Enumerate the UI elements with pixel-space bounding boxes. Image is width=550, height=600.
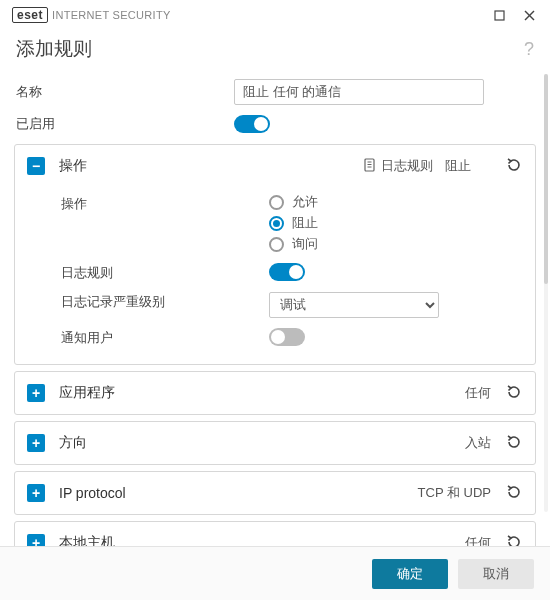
- cancel-button[interactable]: 取消: [458, 559, 534, 589]
- expand-icon: +: [27, 434, 45, 452]
- help-icon[interactable]: ?: [524, 39, 534, 60]
- collapse-icon: −: [27, 157, 45, 175]
- radio-block-label: 阻止: [292, 215, 318, 232]
- panel-local-title: 本地主机: [59, 534, 209, 546]
- panel-action-body: 操作 允许 阻止 询问: [15, 187, 535, 364]
- logrule-label: 日志规则: [61, 263, 261, 282]
- logo-product: INTERNET SECURITY: [52, 9, 171, 21]
- panel-action: − 操作 日志规则 阻止 操作 允许: [14, 144, 536, 365]
- radio-ask[interactable]: 询问: [269, 236, 523, 253]
- ok-button[interactable]: 确定: [372, 559, 448, 589]
- panel-action-title: 操作: [59, 157, 209, 175]
- panel-app-title: 应用程序: [59, 384, 209, 402]
- radio-allow[interactable]: 允许: [269, 194, 523, 211]
- row-notify: 通知用户: [61, 323, 523, 352]
- name-input[interactable]: [234, 79, 484, 105]
- logrule-toggle[interactable]: [269, 263, 305, 281]
- logo: eset INTERNET SECURITY: [12, 7, 171, 23]
- panel-protocol-header[interactable]: + IP protocol TCP 和 UDP: [15, 472, 535, 514]
- revert-icon[interactable]: [505, 533, 523, 547]
- panel-protocol-title: IP protocol: [59, 485, 209, 501]
- radio-ask-label: 询问: [292, 236, 318, 253]
- panel-app-summary: 任何: [465, 384, 491, 402]
- page-header: 添加规则 ?: [0, 30, 550, 70]
- notify-label: 通知用户: [61, 328, 261, 347]
- panel-local-summary: 任何: [465, 534, 491, 546]
- radio-allow-label: 允许: [292, 194, 318, 211]
- enabled-label: 已启用: [16, 116, 224, 133]
- row-severity: 日志记录严重级别 调试: [61, 287, 523, 323]
- page-title: 添加规则: [16, 36, 92, 62]
- window-close-button[interactable]: [514, 1, 544, 29]
- row-action-radios: 操作 允许 阻止 询问: [61, 189, 523, 258]
- revert-icon[interactable]: [505, 383, 523, 404]
- svg-rect-0: [495, 11, 504, 20]
- window-maximize-button[interactable]: [484, 1, 514, 29]
- revert-icon[interactable]: [505, 156, 523, 177]
- radio-block[interactable]: 阻止: [269, 215, 523, 232]
- scrollbar[interactable]: [544, 74, 548, 512]
- revert-icon[interactable]: [505, 433, 523, 454]
- row-logrule: 日志规则: [61, 258, 523, 287]
- panel-direction-summary: 入站: [465, 434, 491, 452]
- severity-label: 日志记录严重级别: [61, 292, 261, 311]
- notify-toggle[interactable]: [269, 328, 305, 346]
- panel-protocol-summary: TCP 和 UDP: [418, 484, 491, 502]
- severity-select[interactable]: 调试: [269, 292, 439, 318]
- expand-icon: +: [27, 534, 45, 546]
- action-radio-group: 允许 阻止 询问: [269, 194, 523, 253]
- log-icon: [363, 158, 377, 175]
- dialog-footer: 确定 取消: [0, 546, 550, 600]
- panel-action-tag-logrule: 日志规则: [363, 157, 433, 175]
- row-name: 名称: [14, 74, 536, 110]
- form-area: 名称 已启用 − 操作 日志规则 阻止 操作: [0, 70, 550, 546]
- logo-eset: eset: [12, 7, 48, 23]
- titlebar: eset INTERNET SECURITY: [0, 0, 550, 30]
- action-label: 操作: [61, 194, 261, 213]
- panel-direction-header[interactable]: + 方向 入站: [15, 422, 535, 464]
- row-enabled: 已启用: [14, 110, 536, 138]
- enabled-toggle[interactable]: [234, 115, 270, 133]
- scrollbar-thumb[interactable]: [544, 74, 548, 284]
- panel-action-tag-action: 阻止: [445, 157, 505, 175]
- panel-protocol: + IP protocol TCP 和 UDP: [14, 471, 536, 515]
- panel-local: + 本地主机 任何: [14, 521, 536, 546]
- panel-direction: + 方向 入站: [14, 421, 536, 465]
- name-label: 名称: [16, 84, 224, 101]
- panel-direction-title: 方向: [59, 434, 209, 452]
- revert-icon[interactable]: [505, 483, 523, 504]
- expand-icon: +: [27, 384, 45, 402]
- panel-app-header[interactable]: + 应用程序 任何: [15, 372, 535, 414]
- panel-local-header[interactable]: + 本地主机 任何: [15, 522, 535, 546]
- panel-action-header[interactable]: − 操作 日志规则 阻止: [15, 145, 535, 187]
- panel-app: + 应用程序 任何: [14, 371, 536, 415]
- expand-icon: +: [27, 484, 45, 502]
